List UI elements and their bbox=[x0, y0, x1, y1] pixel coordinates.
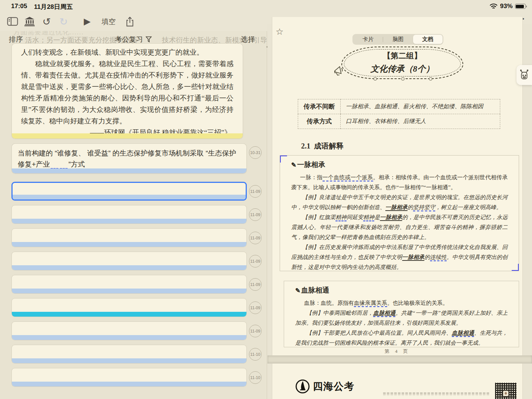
text-segment: 。也比喻极亲近的关系。 bbox=[387, 300, 448, 306]
selection-corner-icon bbox=[512, 264, 519, 271]
card-row: 11-09 bbox=[11, 228, 267, 247]
text-segment: 连续性 bbox=[430, 254, 447, 261]
share-button[interactable] bbox=[123, 15, 136, 28]
table-row: 传承不间断 一脉相承、血脉相通、薪火相传、不绝如缕、陈陈相因 bbox=[298, 99, 500, 114]
cloud-decoration-dot bbox=[401, 77, 405, 81]
flashcard[interactable] bbox=[11, 252, 247, 270]
date-badge: 11-10 bbox=[249, 348, 262, 361]
battery-cap bbox=[526, 6, 527, 7]
tab-cards[interactable]: 卡片 bbox=[353, 35, 383, 44]
idiom-paragraph: 【例】良渚遗址是中华五千年文明史的实证，是世界文明的瑰宝。在悠远的历史长河中，中… bbox=[291, 192, 508, 212]
idiom-summary-table: 传承不间断 一脉相承、血脉相通、薪火相传、不绝如缕、陈陈相因 传承方式 口耳相传… bbox=[298, 99, 500, 129]
favorite-star-icon[interactable]: ☆ bbox=[276, 27, 284, 36]
sail-logo-icon bbox=[295, 379, 310, 394]
page-separator bbox=[267, 355, 532, 364]
text-segment bbox=[51, 160, 58, 169]
flashcard[interactable] bbox=[11, 205, 247, 224]
select-button[interactable]: 选择 bbox=[241, 35, 255, 44]
date-badge: 10-31 bbox=[249, 146, 262, 159]
robot-icon bbox=[519, 69, 529, 81]
idiom-paragraph: 一脉：指一个血统或一个派系。相承：相续传承。由一个血统或一个派别世代相传承袭下来… bbox=[291, 173, 508, 192]
flashcard[interactable] bbox=[11, 345, 247, 364]
card-color-strip bbox=[12, 358, 246, 363]
card-row: 11-10 bbox=[11, 345, 267, 364]
idiom-block-xuemaixiangtong[interactable]: ✎血脉相通 血脉：血统。原指有血缘亲属关系。也比喻极亲近的关系。【例】中泰两国毗… bbox=[284, 281, 519, 347]
flashcard[interactable] bbox=[11, 321, 247, 340]
cloud-decoration-dot bbox=[374, 77, 377, 81]
card-color-strip bbox=[12, 168, 246, 173]
brand-logo: 四海公考 bbox=[295, 379, 354, 394]
card-color-strip bbox=[12, 382, 246, 386]
text-segment: 的 bbox=[424, 254, 430, 260]
next-page: 四海公考 bbox=[272, 364, 523, 399]
flashcard[interactable] bbox=[11, 228, 247, 247]
redo-button[interactable]: ↻ bbox=[57, 15, 70, 28]
tab-document[interactable]: 文档 bbox=[413, 35, 443, 44]
flashcard[interactable] bbox=[11, 298, 247, 317]
tab-mindmap[interactable]: 脑图 bbox=[383, 35, 413, 44]
pencil-icon: ✎ bbox=[295, 287, 300, 294]
date-badge: 11-09 bbox=[249, 232, 262, 244]
card-color-strip bbox=[12, 265, 246, 270]
pencil-icon: ✎ bbox=[291, 161, 296, 168]
text-segment: 一个血统或一个派系 bbox=[323, 174, 373, 181]
app-screen: 17:05 11月28日周五 93% bbox=[0, 0, 532, 399]
card-color-strip bbox=[12, 219, 246, 224]
text-segment bbox=[60, 160, 68, 169]
library-button[interactable] bbox=[23, 15, 36, 28]
brand-name: 四海公考 bbox=[313, 380, 354, 393]
text-segment: 坚持坚守 bbox=[413, 204, 435, 211]
date-badge: 11-09 bbox=[249, 255, 262, 267]
fill-blank-button[interactable]: 填空 bbox=[102, 17, 116, 27]
idiom-paragraph: 【例】在历史发展中淬炼而成的中华法系彰显了中华优秀传统法律文化自我发展、回应挑战… bbox=[291, 242, 508, 271]
card-row: 11-10 bbox=[11, 368, 267, 387]
battery-icon bbox=[515, 4, 526, 9]
cloud-decoration-dot bbox=[429, 77, 432, 81]
card-color-strip bbox=[12, 133, 243, 139]
flashcard[interactable] bbox=[11, 368, 247, 387]
card-color-strip bbox=[13, 195, 246, 200]
table-row-header: 传承方式 bbox=[298, 114, 341, 129]
date-badge: 11-09 bbox=[249, 301, 262, 314]
undo-button[interactable]: ↺ bbox=[40, 15, 53, 28]
sidebar-icon bbox=[7, 17, 18, 26]
idiom-paragraph: 血脉：血统。原指有血缘亲属关系。也比喻极亲近的关系。 bbox=[295, 298, 508, 308]
assistant-floating-button[interactable] bbox=[516, 65, 532, 85]
group-label: 【第二组】 bbox=[342, 51, 463, 61]
flashcard[interactable] bbox=[11, 182, 247, 201]
card-row: 11-09 bbox=[11, 321, 267, 340]
card-list-panel: 方面需要通过优化…… 活水；另一方面还要充分挖掘利用新 技术衍生的新业态、新模式… bbox=[0, 31, 267, 399]
date-badge: 11-09 bbox=[249, 185, 262, 198]
text-segment: 同延安 bbox=[347, 214, 363, 220]
text-segment: 【例】红旗渠 bbox=[302, 214, 335, 220]
date-badge: 11-09 bbox=[249, 325, 262, 337]
text-segment: 一脉相承 bbox=[402, 254, 424, 260]
excerpt-card[interactable]: 人们转变观念，在新领域、新职业中实现更宽更广的就业。 稳就业就要优服务。稳就业是… bbox=[11, 43, 243, 139]
text-segment: 【例】干部要把人民放在心中最高位置。同人民风雨同舟、 bbox=[306, 330, 452, 336]
group-title-bubble: 【第二组】 文化传承（8个） bbox=[341, 47, 463, 79]
play-button[interactable]: ▶ bbox=[81, 15, 94, 28]
card-color-strip bbox=[12, 335, 246, 340]
text-segment: 血脉相通 bbox=[452, 330, 474, 337]
idiom-paragraph: 【例】干部要把人民放在心中最高位置。同人民风雨同舟、血脉相通、生死与共，是我们党… bbox=[295, 328, 508, 347]
qr-center-avatar bbox=[503, 391, 509, 396]
flashcard[interactable] bbox=[11, 275, 247, 294]
idiom-block-yimaixiangcheng[interactable]: ✎一脉相承 一脉：指一个血统或一个派系。相承：相续传承。由一个血统或一个派别世代… bbox=[280, 155, 519, 271]
idiom-body: 一脉：指一个血统或一个派系。相承：相续传承。由一个血统或一个派别世代相传承袭下来… bbox=[291, 173, 508, 271]
text-segment: 是 bbox=[374, 214, 380, 220]
question-card[interactable]: 当前构建的 “谁修复、 谁受益” 的生态保护修复市场机制采取 “生态保护修复+产… bbox=[11, 143, 247, 174]
question-card-text: 当前构建的 “谁修复、 谁受益” 的生态保护修复市场机制采取 “生态保护修复+产… bbox=[12, 144, 246, 170]
status-bar: 17:05 11月28日周五 93% bbox=[0, 0, 532, 12]
card-row: 11-09 bbox=[11, 205, 267, 224]
sidebar-toggle-button[interactable] bbox=[6, 15, 19, 28]
clock: 17:05 bbox=[11, 3, 27, 10]
text-segment: 精神 bbox=[363, 214, 374, 221]
card-row: 11-09 bbox=[11, 252, 267, 270]
text-segment: 一脉：指 bbox=[300, 174, 323, 180]
card-row: 11-09 bbox=[11, 275, 267, 294]
idiom-title: ✎一脉相承 bbox=[291, 160, 508, 170]
text-segment: 【例】中泰两国毗邻而居， bbox=[306, 310, 373, 316]
clipped-link-text: ＿＿＿＿ bbox=[31, 130, 57, 133]
idiom-body: 血脉：血统。原指有血缘亲属关系。也比喻极亲近的关系。【例】中泰两国毗邻而居，血脉… bbox=[295, 298, 508, 347]
view-mode-tabs: 卡片 脑图 文档 bbox=[352, 34, 443, 45]
